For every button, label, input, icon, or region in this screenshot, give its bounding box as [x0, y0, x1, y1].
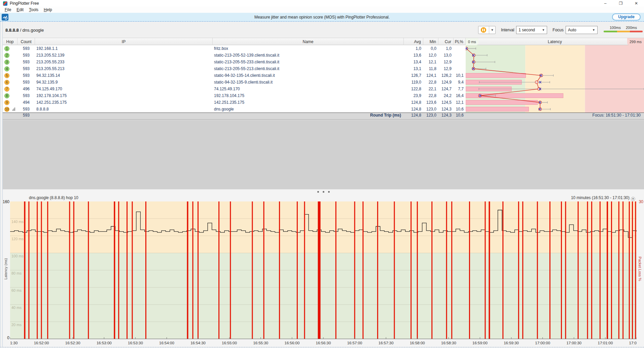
col-pl[interactable]: PL%: [454, 38, 466, 45]
interval-label: Interval: [501, 28, 514, 32]
app-icon: [3, 1, 7, 6]
hop-name: 74.125.49.170: [213, 87, 404, 91]
splitter-dot: [317, 191, 319, 193]
col-cur[interactable]: Cur: [438, 38, 454, 45]
svg-text:60 ms: 60 ms: [11, 288, 22, 292]
hop-ip: 213.205.52.139: [35, 53, 213, 58]
timeline-panel: dns.google (8.8.8.8) hop 10 10 minutes (…: [3, 194, 644, 347]
hop-number-badge: 10: [4, 107, 9, 112]
svg-text:100 ms: 100 ms: [11, 254, 24, 258]
hop-pl: 7,7: [454, 87, 466, 91]
hop-pl: 16,4: [454, 93, 466, 98]
hop-cur: 124,7: [438, 87, 454, 91]
hop-avg: 122,8: [404, 87, 423, 91]
timeline-svg: 20 ms40 ms60 ms80 ms100 ms120 ms140 ms16…: [10, 201, 637, 348]
col-count[interactable]: Count: [17, 38, 35, 45]
menu-help[interactable]: Help: [41, 7, 55, 12]
hop-number-badge: 1: [4, 46, 9, 51]
hop-count: 593: [17, 73, 35, 78]
svg-text:80 ms: 80 ms: [11, 271, 22, 275]
hop-name: static-213-205-55-213.clienti.tiscali.it: [213, 66, 404, 71]
hop-cur: 12,9: [438, 66, 454, 71]
col-ip[interactable]: IP: [35, 38, 213, 45]
svg-text:16:51:30: 16:51:30: [10, 341, 17, 345]
pause-button[interactable]: [478, 26, 489, 34]
menu-tools[interactable]: Tools: [26, 7, 41, 12]
hop-ip: 192.178.104.175: [35, 93, 213, 98]
pause-options-dropdown[interactable]: ▼: [489, 26, 495, 34]
hop-cur: 1,0: [438, 46, 454, 51]
trace-control: ▼: [478, 26, 496, 34]
hop-number-badge: 4: [4, 66, 9, 71]
hop-ip: 213.205.55.233: [35, 60, 213, 64]
hop-avg: 13,6: [404, 53, 423, 58]
hop-graph-icon[interactable]: [12, 107, 15, 111]
hop-name: static-94-32-135-14.clienti.tiscali.it: [213, 73, 404, 78]
col-name[interactable]: Name: [213, 38, 404, 45]
trace-panel: 8.8.8.8 / dns.google ▼ Interval 1 second…: [3, 22, 644, 347]
svg-text:120 ms: 120 ms: [11, 237, 24, 241]
focus-select[interactable]: Auto▼: [566, 26, 598, 34]
hop-number-badge: 3: [4, 60, 9, 65]
hop-ip: 94.32.135.14: [35, 73, 213, 78]
col-avg[interactable]: Avg: [404, 38, 423, 45]
latency-axis-min: 0 ms: [466, 38, 478, 45]
upgrade-button[interactable]: Upgrade: [612, 13, 641, 21]
col-hop[interactable]: Hop: [3, 38, 17, 45]
hop-count: 593: [17, 46, 35, 51]
menu-bar: FileEditToolsHelp: [0, 7, 644, 13]
legend-segment: [617, 31, 630, 32]
target-address: 8.8.8.8: [5, 28, 19, 33]
hop-name: 142.251.235.175: [213, 100, 404, 105]
hop-name: static-213-205-55-233.clienti.tiscali.it: [213, 60, 404, 64]
hop-min: 22,8: [423, 80, 438, 85]
menu-edit[interactable]: Edit: [14, 7, 26, 12]
latency-scale-legend: 100ms 200ms: [604, 26, 643, 34]
timeline-range-selector[interactable]: 10 minutes (16:51:30 - 17:01:30)▼: [571, 195, 635, 201]
hop-count: 593: [17, 80, 35, 85]
hop-avg: 13,1: [404, 66, 423, 71]
minimize-button[interactable]: –: [598, 0, 613, 7]
latency-column-graph: [466, 45, 644, 113]
svg-text:16:55:30: 16:55:30: [253, 341, 268, 345]
col-latency[interactable]: 0 ms Latency 299 ms: [466, 38, 644, 45]
hop-number-badge: 8: [4, 93, 9, 98]
hop-cur: 124,5: [438, 100, 454, 105]
chevron-down-icon: ▼: [631, 197, 635, 201]
hop-cur: 126,2: [438, 73, 454, 78]
hop-min: 22,1: [423, 87, 438, 91]
hop-number-badge: 9: [4, 100, 9, 105]
hop-name: static-94-32-135-9.clienti.tiscali.it: [213, 80, 404, 85]
svg-text:16:57:30: 16:57:30: [379, 341, 394, 345]
hop-cur: 24,2: [438, 93, 454, 98]
interval-select[interactable]: 1 second▼: [516, 26, 547, 34]
close-button[interactable]: ✕: [629, 0, 644, 7]
hop-cur: 12,9: [438, 60, 454, 64]
target-title: 8.8.8.8 / dns.google: [5, 28, 44, 33]
svg-text:16:57:00: 16:57:00: [347, 341, 362, 345]
splitter-dot: [328, 191, 330, 193]
col-min[interactable]: Min: [423, 38, 438, 45]
hop-ip: 142.251.235.175: [35, 100, 213, 105]
hop-pl: 10,6: [454, 107, 466, 112]
svg-text:16:54:00: 16:54:00: [159, 341, 174, 345]
timeline-chart[interactable]: 20 ms40 ms60 ms80 ms100 ms120 ms140 ms16…: [10, 201, 637, 348]
svg-text:20 ms: 20 ms: [11, 323, 22, 327]
hop-min: 0,0: [423, 46, 438, 51]
menu-file[interactable]: File: [2, 7, 14, 12]
hop-avg: 13,4: [404, 60, 423, 64]
hop-name: static-213-205-52-139.clienti.tiscali.it: [213, 53, 404, 58]
panel-splitter[interactable]: [3, 189, 644, 194]
hop-number-badge: 6: [4, 80, 9, 85]
y-axis-min: 0: [3, 336, 9, 340]
hop-count: 593: [17, 53, 35, 58]
target-hostname: dns.google: [23, 28, 44, 33]
svg-text:16:59:00: 16:59:00: [472, 341, 488, 345]
svg-text:16:56:30: 16:56:30: [316, 341, 331, 345]
trace-table-header: Hop Count IP Name Avg Min Cur PL% 0 ms L…: [3, 38, 644, 45]
focus-range-text: Focus: 16:51:30 - 17:01:30: [466, 113, 644, 119]
window-title: PingPlotter Free: [10, 1, 39, 6]
maximize-button[interactable]: ❐: [613, 0, 629, 7]
latency-scale-bar: [604, 31, 643, 32]
hop-pl: 10,1: [454, 73, 466, 78]
